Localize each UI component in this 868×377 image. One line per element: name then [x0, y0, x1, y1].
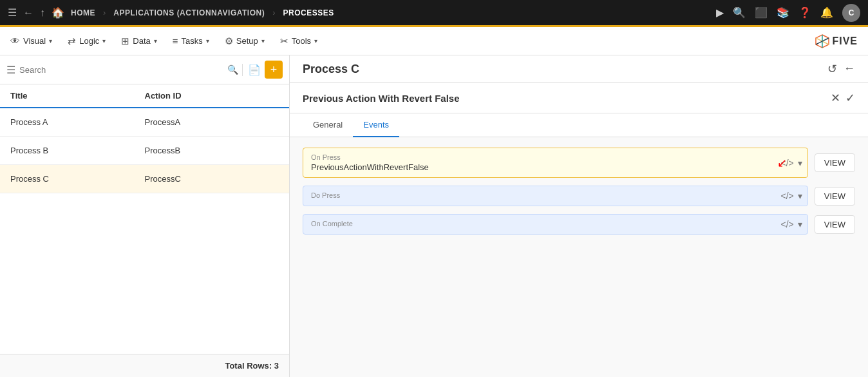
visual-arrow: ▾	[49, 37, 52, 44]
tasks-icon: ≡	[173, 35, 178, 46]
chevron-down-icon-onpress[interactable]: ▾	[798, 158, 802, 168]
logic-icon: ⇄	[68, 35, 76, 47]
tools-arrow: ▾	[314, 37, 317, 44]
avatar[interactable]: C	[842, 4, 860, 22]
hamburger-icon[interactable]: ☰	[8, 6, 17, 19]
five-logo-text: FIVE	[832, 35, 858, 47]
breadcrumb-processes[interactable]: PROCESSES	[283, 8, 334, 17]
panel-header-icons: ↺ ←	[827, 62, 855, 76]
view-button-oncomplete[interactable]: VIEW	[815, 215, 855, 234]
logic-arrow: ▾	[102, 37, 106, 44]
event-row-onpress: On Press PreviousActionWithRevertFalse <…	[303, 148, 855, 178]
add-button[interactable]: +	[265, 61, 283, 79]
total-rows-label: Total Rows: 3	[225, 361, 279, 371]
col-action-header: Action ID	[145, 91, 279, 101]
event-label-dopress: Do Press	[311, 191, 769, 199]
event-row-oncomplete: On Complete </> ▾ VIEW	[303, 214, 855, 235]
data-arrow: ▾	[154, 37, 157, 44]
code-icon-dopress[interactable]: </>	[781, 191, 794, 201]
toolbar-setup-label: Setup	[236, 36, 258, 46]
bell-icon[interactable]: 🔔	[820, 6, 833, 19]
filter-icon[interactable]: ☰	[6, 64, 15, 76]
col-title-header: Title	[10, 91, 145, 101]
play-icon[interactable]: ▶	[716, 6, 724, 19]
search-icon[interactable]: 🔍	[227, 64, 238, 75]
event-field-onpress: On Press PreviousActionWithRevertFalse <…	[303, 148, 808, 178]
books-icon[interactable]: 📚	[777, 6, 789, 19]
toolbar-setup[interactable]: ⚙ Setup ▾	[225, 35, 265, 47]
back-panel-icon[interactable]: ←	[844, 62, 855, 76]
setup-icon: ⚙	[225, 35, 233, 47]
view-button-onpress[interactable]: VIEW	[815, 153, 855, 172]
toolbar: 👁 Visual ▾ ⇄ Logic ▾ ⊞ Data ▾ ≡ Tasks ▾ …	[0, 27, 868, 55]
event-field-icons-onpress: </> ▾	[781, 158, 802, 168]
toolbar-tasks-label: Tasks	[182, 36, 203, 46]
breadcrumb-home[interactable]: HOME	[71, 8, 95, 17]
refresh-icon[interactable]: ↺	[827, 62, 837, 76]
left-panel: ☰ 🔍 📄 + Title Action ID Process A Proces…	[0, 55, 290, 377]
search-input[interactable]	[19, 65, 223, 75]
toolbar-tasks[interactable]: ≡ Tasks ▾	[173, 35, 209, 46]
five-logo-icon	[815, 34, 829, 48]
tabs: General Events	[290, 113, 868, 137]
toolbar-tools[interactable]: ✂ Tools ▾	[280, 35, 317, 47]
visual-icon: 👁	[10, 35, 20, 46]
row-title-1: Process B	[10, 146, 145, 155]
chevron-down-icon-dopress[interactable]: ▾	[798, 191, 802, 201]
toolbar-tools-label: Tools	[292, 36, 311, 46]
section-actions: ✕ ✓	[831, 91, 855, 105]
right-panel: Process C ↺ ← Previous Action With Rever…	[290, 55, 868, 377]
view-button-dopress[interactable]: VIEW	[815, 187, 855, 206]
table-header: Title Action ID	[0, 84, 289, 108]
breadcrumb-sep-2: ›	[272, 8, 275, 17]
document-icon[interactable]: 📄	[242, 64, 261, 76]
toolbar-logic-label: Logic	[79, 36, 99, 46]
toolbar-visual-label: Visual	[23, 36, 46, 46]
search-circle-icon[interactable]: 🔍	[733, 6, 746, 19]
toolbar-logic[interactable]: ⇄ Logic ▾	[68, 35, 106, 47]
table-row[interactable]: Process A ProcessA	[0, 108, 289, 137]
section-header: Previous Action With Revert False ✕ ✓	[290, 83, 868, 113]
toolbar-data-label: Data	[133, 36, 150, 46]
tasks-arrow: ▾	[206, 37, 209, 44]
event-field-icons-oncomplete: </> ▾	[781, 219, 802, 229]
tools-icon: ✂	[280, 35, 288, 47]
event-field-icons-dopress: </> ▾	[781, 191, 802, 201]
row-action-1: ProcessB	[145, 146, 279, 155]
main-layout: ☰ 🔍 📄 + Title Action ID Process A Proces…	[0, 55, 868, 377]
toolbar-visual[interactable]: 👁 Visual ▾	[10, 35, 52, 46]
up-icon[interactable]: ↑	[40, 7, 45, 19]
table-row[interactable]: Process B ProcessB	[0, 137, 289, 165]
top-nav-right: ▶ 🔍 ⬛ 📚 ❓ 🔔 C	[716, 4, 860, 22]
setup-arrow: ▾	[261, 37, 265, 44]
breadcrumb-sep-1: ›	[103, 8, 106, 17]
code-icon-onpress[interactable]: </>	[781, 158, 794, 168]
tab-general[interactable]: General	[303, 113, 353, 137]
row-title-2: Process C	[10, 174, 145, 184]
event-value-onpress: PreviousActionWithRevertFalse	[311, 162, 769, 172]
panel-header: Process C ↺ ←	[290, 55, 868, 83]
stop-icon[interactable]: ⬛	[755, 6, 768, 19]
toolbar-data[interactable]: ⊞ Data ▾	[121, 35, 156, 47]
event-field-oncomplete: On Complete </> ▾	[303, 214, 808, 235]
section-title: Previous Action With Revert False	[303, 93, 831, 104]
table-row[interactable]: Process C ProcessC	[0, 165, 289, 193]
five-logo: FIVE	[815, 34, 858, 48]
event-field-dopress: Do Press </> ▾	[303, 186, 808, 206]
home-icon[interactable]: 🏠	[52, 6, 64, 19]
top-navigation: ☰ ← ↑ 🏠 HOME › APPLICATIONS (ACTIONNAVIG…	[0, 0, 868, 27]
breadcrumb-app[interactable]: APPLICATIONS (ACTIONNAVIGATION)	[113, 8, 265, 17]
tab-events[interactable]: Events	[353, 113, 399, 137]
row-action-0: ProcessA	[145, 117, 279, 127]
check-icon[interactable]: ✓	[845, 91, 855, 105]
code-icon-oncomplete[interactable]: </>	[781, 219, 794, 229]
event-label-onpress: On Press	[311, 153, 769, 161]
close-icon[interactable]: ✕	[831, 91, 840, 105]
row-title-0: Process A	[10, 117, 145, 127]
back-icon[interactable]: ←	[23, 7, 33, 19]
help-icon[interactable]: ❓	[798, 6, 811, 19]
events-content: On Press PreviousActionWithRevertFalse <…	[290, 137, 868, 245]
chevron-down-icon-oncomplete[interactable]: ▾	[798, 219, 802, 229]
panel-title: Process C	[303, 63, 827, 76]
row-action-2: ProcessC	[145, 174, 279, 184]
